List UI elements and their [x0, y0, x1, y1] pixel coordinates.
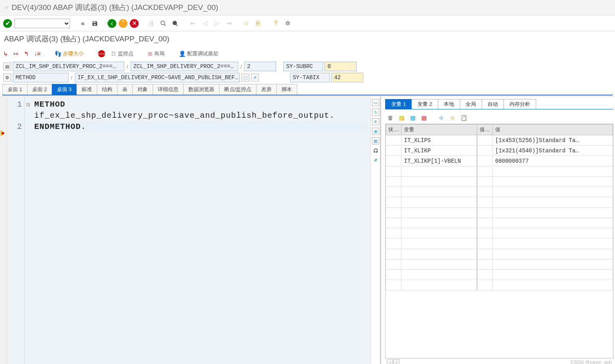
table-row[interactable] — [386, 166, 613, 177]
nav-icon-2[interactable]: ↗ — [251, 74, 259, 82]
save-icon[interactable] — [90, 19, 100, 28]
line-field[interactable]: 2 — [244, 62, 276, 71]
var-tab-5[interactable]: 内存分析 — [503, 99, 536, 109]
var-tab-2[interactable]: 本地 — [438, 99, 460, 109]
tab-3[interactable]: 标准 — [76, 84, 97, 95]
step-size-button[interactable]: 👣步骤大小 — [55, 50, 84, 57]
table-row[interactable] — [386, 239, 613, 249]
settings-small-icon[interactable]: ⚙ — [3, 74, 11, 82]
table-row[interactable] — [386, 259, 613, 270]
tab-10[interactable]: 差异 — [256, 84, 277, 95]
col-status[interactable]: 状… — [386, 125, 402, 135]
table-row[interactable]: IT_XLIPS[1x453(5256)]Standard Ta… — [386, 135, 613, 146]
back-chevrons-icon[interactable]: « — [78, 19, 88, 28]
continue-button[interactable]: ↓≡ — [34, 51, 40, 57]
side-icon-7[interactable]: ⇵ — [372, 156, 379, 164]
method-label-field[interactable]: METHOD — [13, 73, 69, 82]
tab-11[interactable]: 脚本 — [276, 84, 297, 95]
table-row[interactable] — [386, 218, 613, 228]
scroll-right-icon[interactable]: › — [393, 359, 400, 364]
table-row[interactable] — [386, 280, 613, 290]
class-field-2[interactable]: ZCL_IM_SHP_DELIVERY_PROC_2===… — [131, 62, 238, 71]
var-icon-2[interactable]: ▤ — [398, 114, 405, 121]
table-row[interactable] — [386, 197, 613, 208]
tab-8[interactable]: 数据浏览器 — [183, 84, 219, 95]
main-toolbar: ✔ « ‹ ˄ ✕ 🖨 + ⇤ ◁ ▷ ⇥ ☆ ⎘ ? ✲ — [0, 16, 615, 31]
side-icon-5[interactable]: ▤ — [372, 137, 379, 144]
new-session-icon[interactable]: ☆ — [241, 19, 251, 28]
method-name-field[interactable]: IF_EX_LE_SHP_DELIVERY_PROC~SAVE_AND_PUBL… — [75, 73, 240, 82]
exit-button[interactable]: ˄ — [119, 19, 127, 28]
fold-column[interactable]: ⊟ — [25, 97, 32, 364]
scroll-left-icon[interactable]: ‹ — [387, 359, 393, 364]
var-tab-3[interactable]: 全局 — [460, 99, 482, 109]
nav-icon-1[interactable]: ⬚ — [241, 74, 249, 82]
config-layers-button[interactable]: 👤配置调试器层 — [179, 50, 218, 57]
tab-9[interactable]: 断点/监控点 — [219, 84, 257, 95]
table-row[interactable]: IT_XLIKP[1]-VBELN0800000377 — [386, 156, 613, 166]
watchpoint-button[interactable]: 🗋监控点 — [111, 50, 133, 57]
var-icon-6[interactable]: ⊹ — [449, 114, 456, 121]
side-icon-2[interactable]: ↻ — [372, 109, 379, 116]
step-into-button[interactable]: ↳ — [3, 51, 8, 57]
table-row[interactable] — [386, 187, 613, 197]
side-icon-3[interactable]: ⎘ — [372, 118, 379, 125]
tab-4[interactable]: 结构 — [97, 84, 118, 95]
hierarchy-icon[interactable]: ⊹ — [438, 114, 445, 121]
table-row[interactable] — [386, 208, 613, 218]
var-tab-4[interactable]: 自动 — [482, 99, 504, 109]
var-icon-3[interactable]: ▤ — [409, 114, 416, 121]
delete-var-icon[interactable]: 🗑 — [387, 114, 394, 121]
table-row[interactable] — [386, 177, 613, 187]
sy-subrc-value[interactable]: 0 — [325, 62, 356, 71]
h-scroll[interactable]: ‹ › — [387, 359, 400, 364]
side-icon-1[interactable]: ▭ — [372, 99, 379, 106]
table-row[interactable] — [386, 249, 613, 259]
step-out-button[interactable]: ↰ — [24, 51, 29, 57]
breakpoint-gutter[interactable] — [0, 97, 7, 364]
class-field-1[interactable]: ZCL_IM_SHP_DELIVERY_PROC_2===… — [13, 62, 124, 71]
enter-button[interactable]: ✔ — [3, 19, 12, 28]
tab-1[interactable]: 桌面 2 — [27, 84, 52, 95]
var-icon-7[interactable]: 📋 — [460, 114, 467, 121]
tab-2[interactable]: 桌面 3 — [52, 84, 77, 95]
class-icon[interactable]: ▤ — [3, 62, 11, 70]
side-icon-4[interactable]: ⊠ — [372, 128, 379, 135]
col-value-type[interactable]: 值… — [477, 125, 493, 135]
col-variable[interactable]: 变量 — [402, 125, 477, 135]
step-over-button[interactable]: ↦ — [14, 51, 18, 57]
find-icon[interactable] — [159, 19, 168, 28]
stop-icon[interactable]: STOP — [98, 50, 105, 57]
tab-6[interactable]: 对象 — [132, 84, 153, 95]
table-row[interactable] — [386, 270, 613, 280]
cancel-button[interactable]: ✕ — [130, 19, 139, 28]
tab-7[interactable]: 详细信息 — [153, 84, 184, 95]
variable-table[interactable]: 状… 变量 值… 值 IT_XLIPS[1x453(5256)]Standard… — [385, 124, 613, 358]
settings-icon[interactable]: ✲ — [283, 19, 292, 28]
tab-5[interactable]: 表 — [117, 84, 133, 95]
table-row[interactable] — [386, 228, 613, 239]
source-code[interactable]: METHOD if_ex_le_shp_delivery_proc~save_a… — [32, 97, 370, 364]
sy-tabix-label: SY-TABIX — [290, 73, 330, 82]
svg-text:+: + — [176, 23, 177, 26]
variables-pane: 变量 1变量 2本地全局自动内存分析 🗑 ▤ ▤ ▤ ⊹ ⊹ 📋 状… 变量 值… — [381, 97, 615, 364]
command-field[interactable] — [14, 19, 70, 28]
sy-tabix-value[interactable]: 42 — [331, 73, 363, 82]
var-tab-1[interactable]: 变量 2 — [411, 99, 438, 109]
help-icon[interactable]: ? — [271, 19, 280, 28]
find-next-icon[interactable]: + — [170, 19, 180, 28]
window-icon: ☞ — [4, 4, 9, 11]
side-icon-6[interactable]: 🎧 — [372, 147, 379, 154]
back-button[interactable]: ‹ — [108, 19, 116, 28]
variable-toolbar: 🗑 ▤ ▤ ▤ ⊹ ⊹ 📋 — [385, 113, 613, 124]
var-icon-4[interactable]: ▤ — [420, 114, 427, 121]
line-numbers: 1 2 — [7, 97, 25, 364]
table-row[interactable]: IT_XLIKP[1x321(4540)]Standard Ta… — [386, 146, 613, 156]
layout-button[interactable]: ⊞布局 — [148, 50, 165, 57]
shortcut-icon[interactable]: ⎘ — [253, 19, 263, 28]
tab-0[interactable]: 桌面 1 — [2, 84, 27, 95]
var-tab-0[interactable]: 变量 1 — [385, 99, 412, 109]
last-page-icon: ⇥ — [224, 19, 233, 28]
col-value[interactable]: 值 — [493, 125, 613, 135]
fold-minus-icon[interactable]: ⊟ — [25, 99, 32, 110]
